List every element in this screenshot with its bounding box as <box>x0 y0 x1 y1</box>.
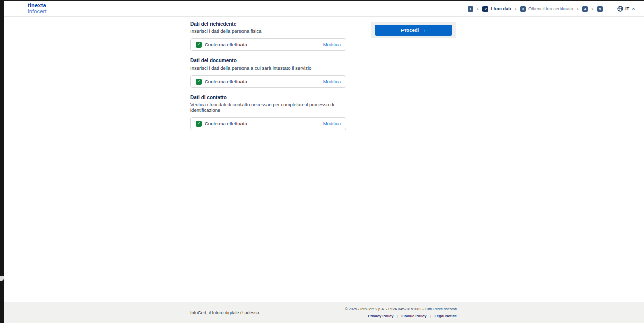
page: tinexta infocert 1 > 2 I tuoi dati > 3 O… <box>0 0 644 323</box>
step-3-label: Ottieni il tuo certificato <box>528 6 573 11</box>
step-5-number: 5 <box>597 6 603 12</box>
step-1-number: 1 <box>468 6 473 12</box>
step-1[interactable]: 1 <box>468 6 473 12</box>
step-3-number: 3 <box>520 6 526 12</box>
section-dati-contatto: Dati di contatto Verifica i tuoi dati di… <box>190 95 346 130</box>
logo-line-infocert: infocert <box>28 9 47 15</box>
step-4-number: 4 <box>582 6 588 12</box>
check-icon: ✓ <box>196 121 202 127</box>
header-divider <box>610 5 610 13</box>
tinexta-infocert-logo[interactable]: tinexta infocert <box>28 3 47 14</box>
language-code: IT <box>625 6 629 11</box>
check-icon: ✓ <box>196 42 202 48</box>
footer-link-separator: | <box>430 314 431 318</box>
footer: InfoCert, il futuro digitale è adesso © … <box>4 302 644 323</box>
proceed-label: Procedi <box>401 27 419 33</box>
modify-link[interactable]: Modifica <box>323 79 341 84</box>
section-title: Dati del documento <box>190 58 346 63</box>
language-selector[interactable]: IT <box>617 6 635 12</box>
chevron-right-icon: > <box>591 7 594 11</box>
section-title: Dati di contatto <box>190 95 346 100</box>
confirmation-card: ✓ Conferma effettuata Modifica <box>190 117 346 130</box>
left-edge-notch <box>0 276 4 281</box>
proceed-button[interactable]: Procedi → <box>375 25 452 36</box>
section-title: Dati del richiedente <box>190 21 346 27</box>
status-text: Conferma effettuata <box>205 42 323 47</box>
chevron-up-icon <box>632 8 635 11</box>
step-5[interactable]: 5 <box>597 6 603 12</box>
step-3-ottieni-certificato[interactable]: 3 Ottieni il tuo certificato <box>520 6 573 12</box>
section-subtitle: Verifica i tuoi dati di contatto necessa… <box>190 102 346 113</box>
footer-links: Privacy Policy | Cookie Policy | Legal N… <box>345 314 457 318</box>
confirmation-card: ✓ Conferma effettuata Modifica <box>190 38 346 51</box>
footer-tagline: InfoCert, il futuro digitale è adesso <box>190 310 259 315</box>
check-icon: ✓ <box>196 79 202 85</box>
cookie-policy-link[interactable]: Cookie Policy <box>401 314 426 318</box>
chevron-right-icon: > <box>477 7 479 11</box>
header: tinexta infocert 1 > 2 I tuoi dati > 3 O… <box>4 1 644 17</box>
footer-right: © 2025 - InfoCert S.p.A. - P.IVA 0457015… <box>345 307 457 318</box>
wizard-stepper: 1 > 2 I tuoi dati > 3 Ottieni il tuo cer… <box>468 6 603 12</box>
header-right: 1 > 2 I tuoi dati > 3 Ottieni il tuo cer… <box>468 5 635 13</box>
window-left-edge <box>0 0 4 323</box>
globe-icon <box>617 6 623 12</box>
arrow-right-icon: → <box>421 27 426 33</box>
status-text: Conferma effettuata <box>205 79 323 84</box>
step-2-number: 2 <box>482 6 488 12</box>
confirmation-card: ✓ Conferma effettuata Modifica <box>190 75 346 88</box>
modify-link[interactable]: Modifica <box>323 42 341 47</box>
footer-link-separator: | <box>397 314 398 318</box>
section-dati-documento: Dati del documento Inserisci i dati dell… <box>190 58 346 88</box>
data-summary-list: Dati del richiedente Inserisci i dati de… <box>190 21 346 137</box>
section-dati-richiedente: Dati del richiedente Inserisci i dati de… <box>190 21 346 51</box>
footer-copyright: © 2025 - InfoCert S.p.A. - P.IVA 0457015… <box>345 307 457 311</box>
step-2-i-tuoi-dati[interactable]: 2 I tuoi dati <box>482 6 511 12</box>
status-text: Conferma effettuata <box>205 121 323 126</box>
section-subtitle: Inserisci i dati della persona fisica <box>190 28 346 34</box>
step-4[interactable]: 4 <box>582 6 588 12</box>
section-subtitle: Inserisci i dati della persona a cui sar… <box>190 65 346 71</box>
proceed-panel: Procedi → <box>371 22 456 38</box>
privacy-policy-link[interactable]: Privacy Policy <box>368 314 393 318</box>
chevron-right-icon: > <box>577 7 579 11</box>
legal-notice-link[interactable]: Legal Notice <box>434 314 457 318</box>
modify-link[interactable]: Modifica <box>323 121 341 126</box>
chevron-right-icon: > <box>514 7 517 11</box>
step-2-label: I tuoi dati <box>491 6 511 11</box>
